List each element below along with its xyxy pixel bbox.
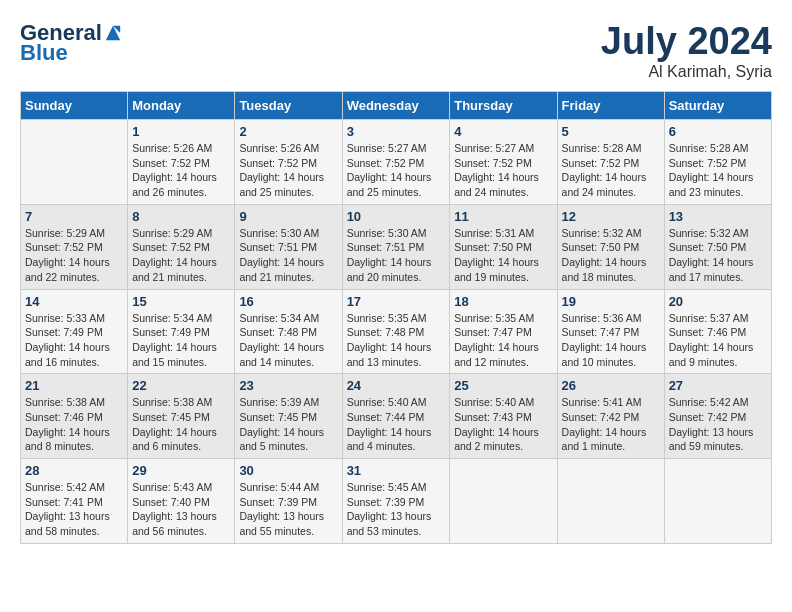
day-info: Sunrise: 5:33 AMSunset: 7:49 PMDaylight:… — [25, 311, 123, 370]
header-sunday: Sunday — [21, 92, 128, 120]
day-number: 2 — [239, 124, 337, 139]
header-monday: Monday — [128, 92, 235, 120]
day-number: 15 — [132, 294, 230, 309]
day-info: Sunrise: 5:42 AMSunset: 7:41 PMDaylight:… — [25, 480, 123, 539]
day-number: 20 — [669, 294, 767, 309]
day-info: Sunrise: 5:36 AMSunset: 7:47 PMDaylight:… — [562, 311, 660, 370]
day-number: 4 — [454, 124, 552, 139]
calendar-cell: 7Sunrise: 5:29 AMSunset: 7:52 PMDaylight… — [21, 204, 128, 289]
calendar-cell: 10Sunrise: 5:30 AMSunset: 7:51 PMDayligh… — [342, 204, 450, 289]
calendar-cell: 12Sunrise: 5:32 AMSunset: 7:50 PMDayligh… — [557, 204, 664, 289]
day-info: Sunrise: 5:30 AMSunset: 7:51 PMDaylight:… — [239, 226, 337, 285]
calendar-cell: 11Sunrise: 5:31 AMSunset: 7:50 PMDayligh… — [450, 204, 557, 289]
title-month: July 2024 — [601, 20, 772, 63]
day-number: 7 — [25, 209, 123, 224]
logo-blue: Blue — [20, 40, 68, 66]
day-info: Sunrise: 5:45 AMSunset: 7:39 PMDaylight:… — [347, 480, 446, 539]
day-number: 26 — [562, 378, 660, 393]
week-row-1: 7Sunrise: 5:29 AMSunset: 7:52 PMDaylight… — [21, 204, 772, 289]
day-info: Sunrise: 5:38 AMSunset: 7:45 PMDaylight:… — [132, 395, 230, 454]
day-info: Sunrise: 5:31 AMSunset: 7:50 PMDaylight:… — [454, 226, 552, 285]
day-info: Sunrise: 5:41 AMSunset: 7:42 PMDaylight:… — [562, 395, 660, 454]
day-number: 17 — [347, 294, 446, 309]
day-info: Sunrise: 5:28 AMSunset: 7:52 PMDaylight:… — [562, 141, 660, 200]
day-number: 25 — [454, 378, 552, 393]
calendar-table: SundayMondayTuesdayWednesdayThursdayFrid… — [20, 91, 772, 544]
calendar-cell: 19Sunrise: 5:36 AMSunset: 7:47 PMDayligh… — [557, 289, 664, 374]
day-number: 16 — [239, 294, 337, 309]
calendar-cell: 28Sunrise: 5:42 AMSunset: 7:41 PMDayligh… — [21, 459, 128, 544]
calendar-cell: 3Sunrise: 5:27 AMSunset: 7:52 PMDaylight… — [342, 120, 450, 205]
day-number: 21 — [25, 378, 123, 393]
calendar-cell: 27Sunrise: 5:42 AMSunset: 7:42 PMDayligh… — [664, 374, 771, 459]
logo-icon — [104, 24, 122, 42]
day-info: Sunrise: 5:34 AMSunset: 7:49 PMDaylight:… — [132, 311, 230, 370]
day-number: 14 — [25, 294, 123, 309]
calendar-cell: 29Sunrise: 5:43 AMSunset: 7:40 PMDayligh… — [128, 459, 235, 544]
day-number: 8 — [132, 209, 230, 224]
day-info: Sunrise: 5:38 AMSunset: 7:46 PMDaylight:… — [25, 395, 123, 454]
calendar-cell: 21Sunrise: 5:38 AMSunset: 7:46 PMDayligh… — [21, 374, 128, 459]
calendar-cell: 24Sunrise: 5:40 AMSunset: 7:44 PMDayligh… — [342, 374, 450, 459]
day-info: Sunrise: 5:37 AMSunset: 7:46 PMDaylight:… — [669, 311, 767, 370]
logo: General Blue — [20, 20, 122, 66]
day-number: 30 — [239, 463, 337, 478]
calendar-cell: 26Sunrise: 5:41 AMSunset: 7:42 PMDayligh… — [557, 374, 664, 459]
calendar-cell: 4Sunrise: 5:27 AMSunset: 7:52 PMDaylight… — [450, 120, 557, 205]
day-info: Sunrise: 5:30 AMSunset: 7:51 PMDaylight:… — [347, 226, 446, 285]
day-info: Sunrise: 5:27 AMSunset: 7:52 PMDaylight:… — [347, 141, 446, 200]
day-info: Sunrise: 5:29 AMSunset: 7:52 PMDaylight:… — [25, 226, 123, 285]
calendar-cell: 23Sunrise: 5:39 AMSunset: 7:45 PMDayligh… — [235, 374, 342, 459]
day-info: Sunrise: 5:40 AMSunset: 7:43 PMDaylight:… — [454, 395, 552, 454]
day-info: Sunrise: 5:39 AMSunset: 7:45 PMDaylight:… — [239, 395, 337, 454]
day-info: Sunrise: 5:28 AMSunset: 7:52 PMDaylight:… — [669, 141, 767, 200]
calendar-cell: 25Sunrise: 5:40 AMSunset: 7:43 PMDayligh… — [450, 374, 557, 459]
calendar-cell: 9Sunrise: 5:30 AMSunset: 7:51 PMDaylight… — [235, 204, 342, 289]
title-location: Al Karimah, Syria — [601, 63, 772, 81]
calendar-cell: 1Sunrise: 5:26 AMSunset: 7:52 PMDaylight… — [128, 120, 235, 205]
day-number: 5 — [562, 124, 660, 139]
day-number: 19 — [562, 294, 660, 309]
day-number: 3 — [347, 124, 446, 139]
day-info: Sunrise: 5:43 AMSunset: 7:40 PMDaylight:… — [132, 480, 230, 539]
day-number: 24 — [347, 378, 446, 393]
calendar-cell: 13Sunrise: 5:32 AMSunset: 7:50 PMDayligh… — [664, 204, 771, 289]
page-header: General Blue July 2024 Al Karimah, Syria — [20, 20, 772, 81]
day-number: 23 — [239, 378, 337, 393]
calendar-cell: 20Sunrise: 5:37 AMSunset: 7:46 PMDayligh… — [664, 289, 771, 374]
day-info: Sunrise: 5:35 AMSunset: 7:48 PMDaylight:… — [347, 311, 446, 370]
day-number: 18 — [454, 294, 552, 309]
day-info: Sunrise: 5:26 AMSunset: 7:52 PMDaylight:… — [132, 141, 230, 200]
day-info: Sunrise: 5:40 AMSunset: 7:44 PMDaylight:… — [347, 395, 446, 454]
calendar-cell: 30Sunrise: 5:44 AMSunset: 7:39 PMDayligh… — [235, 459, 342, 544]
calendar-cell — [557, 459, 664, 544]
calendar-cell: 5Sunrise: 5:28 AMSunset: 7:52 PMDaylight… — [557, 120, 664, 205]
day-info: Sunrise: 5:27 AMSunset: 7:52 PMDaylight:… — [454, 141, 552, 200]
day-number: 9 — [239, 209, 337, 224]
day-info: Sunrise: 5:34 AMSunset: 7:48 PMDaylight:… — [239, 311, 337, 370]
day-info: Sunrise: 5:32 AMSunset: 7:50 PMDaylight:… — [669, 226, 767, 285]
day-number: 22 — [132, 378, 230, 393]
day-number: 12 — [562, 209, 660, 224]
day-info: Sunrise: 5:29 AMSunset: 7:52 PMDaylight:… — [132, 226, 230, 285]
header-saturday: Saturday — [664, 92, 771, 120]
day-number: 10 — [347, 209, 446, 224]
day-info: Sunrise: 5:44 AMSunset: 7:39 PMDaylight:… — [239, 480, 337, 539]
header-thursday: Thursday — [450, 92, 557, 120]
calendar-cell: 14Sunrise: 5:33 AMSunset: 7:49 PMDayligh… — [21, 289, 128, 374]
day-number: 6 — [669, 124, 767, 139]
calendar-cell: 2Sunrise: 5:26 AMSunset: 7:52 PMDaylight… — [235, 120, 342, 205]
calendar-cell — [664, 459, 771, 544]
calendar-cell: 16Sunrise: 5:34 AMSunset: 7:48 PMDayligh… — [235, 289, 342, 374]
day-number: 1 — [132, 124, 230, 139]
calendar-cell: 6Sunrise: 5:28 AMSunset: 7:52 PMDaylight… — [664, 120, 771, 205]
header-friday: Friday — [557, 92, 664, 120]
day-info: Sunrise: 5:42 AMSunset: 7:42 PMDaylight:… — [669, 395, 767, 454]
day-number: 28 — [25, 463, 123, 478]
day-number: 29 — [132, 463, 230, 478]
day-info: Sunrise: 5:35 AMSunset: 7:47 PMDaylight:… — [454, 311, 552, 370]
calendar-cell: 15Sunrise: 5:34 AMSunset: 7:49 PMDayligh… — [128, 289, 235, 374]
calendar-header-row: SundayMondayTuesdayWednesdayThursdayFrid… — [21, 92, 772, 120]
calendar-cell: 18Sunrise: 5:35 AMSunset: 7:47 PMDayligh… — [450, 289, 557, 374]
day-info: Sunrise: 5:32 AMSunset: 7:50 PMDaylight:… — [562, 226, 660, 285]
